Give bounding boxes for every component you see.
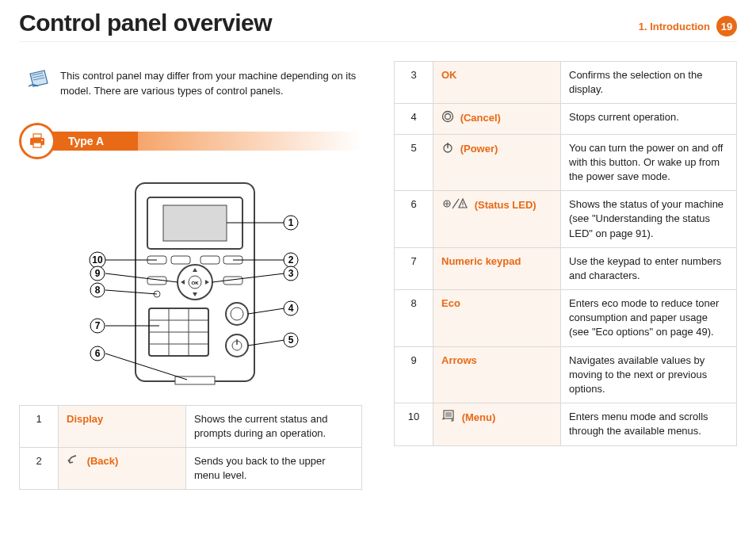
table-row: 10 * (Menu) Enters menu mode and scrolls…: [395, 403, 737, 445]
svg-text:3: 3: [288, 268, 293, 279]
menu-icon: *: [441, 413, 459, 425]
legend-desc: Use the keypad to enter numbers and char…: [561, 247, 737, 289]
breadcrumb-text: 1. Introduction: [639, 21, 710, 32]
legend-num: 6: [395, 191, 433, 248]
legend-table-right: 3 OK Confirms the selection on the displ…: [394, 61, 737, 446]
legend-num: 10: [395, 403, 433, 445]
status-led-icon: [441, 201, 472, 212]
svg-text:6: 6: [94, 348, 100, 359]
power-icon: [441, 144, 457, 156]
svg-rect-9: [200, 256, 220, 264]
left-column: This control panel may differ from your …: [19, 61, 362, 490]
legend-name: * (Menu): [433, 403, 561, 445]
page-title: Control panel overview: [19, 10, 272, 36]
note-icon: [27, 69, 52, 91]
page-number-badge: 19: [716, 16, 737, 36]
svg-text:8: 8: [94, 285, 100, 296]
legend-num: 5: [395, 134, 433, 191]
legend-name: (Cancel): [433, 104, 561, 134]
table-row: 2 (Back) Sends you back to the upper men…: [20, 448, 362, 490]
svg-line-64: [452, 199, 459, 208]
control-panel-diagram: OK: [19, 175, 362, 397]
legend-name-text: (Cancel): [460, 112, 501, 124]
legend-desc: Confirms the selection on the display.: [561, 62, 737, 104]
legend-num: 9: [395, 346, 433, 403]
table-row: 1 Display Shows the current status and p…: [20, 405, 362, 447]
legend-desc: Navigates available values by moving to …: [561, 346, 737, 403]
section-label: Type A: [51, 132, 362, 151]
svg-point-60: [445, 114, 451, 120]
legend-name: Eco: [433, 290, 561, 347]
legend-table-left: 1 Display Shows the current status and p…: [19, 405, 362, 491]
legend-name: (Back): [59, 448, 186, 490]
legend-name-text: (Menu): [462, 411, 496, 423]
back-icon: [67, 456, 84, 468]
svg-rect-6: [163, 205, 227, 241]
legend-name: OK: [433, 62, 561, 104]
cancel-icon: [441, 113, 457, 125]
legend-desc: Enters eco mode to reduce toner consumpt…: [561, 290, 737, 347]
table-row: 7 Numeric keypad Use the keypad to enter…: [395, 247, 737, 289]
svg-text:10: 10: [92, 254, 103, 266]
content-columns: This control panel may differ from your …: [19, 61, 737, 490]
header: Control panel overview 1. Introduction 1…: [19, 10, 737, 42]
legend-desc: Stops current operation.: [561, 104, 737, 134]
svg-point-66: [462, 206, 463, 207]
legend-desc: Enters menu mode and scrolls through the…: [561, 403, 737, 445]
svg-text:9: 9: [94, 268, 100, 279]
svg-point-59: [443, 112, 453, 122]
legend-num: 7: [395, 247, 433, 289]
legend-desc: Sends you back to the upper menu level.: [186, 448, 362, 490]
legend-desc: Shows the current status and prompts dur…: [186, 405, 362, 447]
legend-name: Numeric keypad: [433, 247, 561, 289]
legend-name: (Power): [433, 134, 561, 191]
legend-desc: Shows the status of your machine (see "U…: [561, 191, 737, 248]
svg-rect-2: [33, 143, 41, 147]
legend-num: 3: [395, 62, 433, 104]
svg-rect-8: [171, 256, 190, 264]
printer-icon: [19, 123, 55, 159]
svg-text:7: 7: [94, 320, 100, 331]
legend-name: Display: [59, 405, 186, 447]
legend-num: 8: [395, 290, 433, 347]
table-row: 3 OK Confirms the selection on the displ…: [395, 62, 737, 104]
legend-num: 2: [20, 448, 59, 490]
svg-point-19: [226, 334, 248, 357]
page: Control panel overview 1. Introduction 1…: [0, 0, 756, 535]
svg-text:2: 2: [288, 254, 293, 266]
table-row: 6 (Status LED) Shows the status of your …: [395, 191, 737, 248]
legend-desc: You can turn the power on and off with t…: [561, 134, 737, 191]
section-heading: Type A: [19, 123, 362, 159]
table-row: 4 (Cancel) Stops current operation.: [395, 104, 737, 134]
svg-text:*: *: [442, 417, 445, 422]
svg-text:1: 1: [288, 217, 293, 228]
svg-text:OK: OK: [191, 281, 199, 285]
svg-text:4: 4: [288, 303, 293, 314]
breadcrumb: 1. Introduction 19: [639, 16, 737, 36]
right-column: 3 OK Confirms the selection on the displ…: [394, 61, 737, 490]
svg-point-17: [226, 303, 248, 325]
legend-name: (Status LED): [433, 191, 561, 248]
svg-point-3: [41, 139, 43, 141]
svg-text:5: 5: [288, 334, 293, 346]
legend-name-text: (Power): [460, 143, 498, 155]
legend-name-text: (Status LED): [475, 199, 536, 211]
svg-rect-1: [33, 134, 41, 138]
legend-name-text: (Back): [87, 455, 119, 467]
legend-name: Arrows: [433, 346, 561, 403]
note-box: This control panel may differ from your …: [27, 69, 362, 99]
table-row: 5 (Power) You can turn the power on and …: [395, 134, 737, 191]
note-text: This control panel may differ from your …: [60, 69, 362, 99]
table-row: 8 Eco Enters eco mode to reduce toner co…: [395, 290, 737, 347]
table-row: 9 Arrows Navigates available values by m…: [395, 346, 737, 403]
legend-num: 1: [20, 405, 59, 447]
legend-num: 4: [395, 104, 433, 134]
